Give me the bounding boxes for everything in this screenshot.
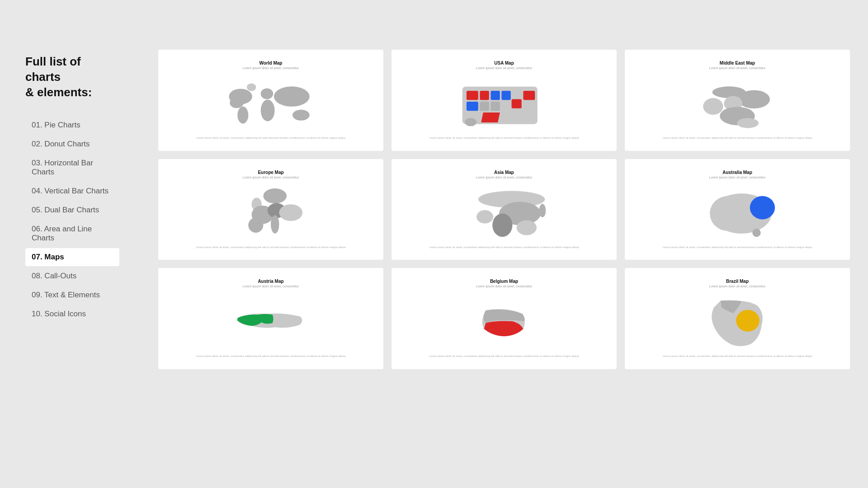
svg-point-38 xyxy=(517,220,537,235)
svg-rect-18 xyxy=(501,102,510,111)
asia-map-subtitle: Lorem ipsum dolor sit amet, consectetur xyxy=(476,176,533,179)
svg-point-37 xyxy=(492,213,512,237)
svg-rect-10 xyxy=(480,91,489,100)
svg-point-27 xyxy=(737,118,759,128)
svg-point-6 xyxy=(292,109,310,120)
sidebar-item-03[interactable]: 03. Horizontal Bar Charts xyxy=(25,154,119,181)
australia-map-footer: Lorem ipsum dolor sit amet, consectetur … xyxy=(662,245,812,249)
usa-map-card[interactable]: USA Map Lorem ipsum dolor sit amet, cons… xyxy=(392,50,617,151)
asia-map-footer: Lorem ipsum dolor sit amet, consectetur … xyxy=(429,245,579,249)
europe-map-subtitle: Lorem ipsum dolor sit amet, consectetur xyxy=(243,176,299,179)
svg-point-5 xyxy=(274,86,310,107)
sidebar-item-06[interactable]: 06. Area and Line Charts xyxy=(25,220,119,247)
sidebar: Full list of charts& elements: 01. Pie C… xyxy=(0,0,145,488)
sidebar-item-01[interactable]: 01. Pie Charts xyxy=(25,116,119,134)
cards-grid: World Map Lorem ipsum dolor sit amet, co… xyxy=(158,50,850,369)
svg-point-28 xyxy=(263,188,287,203)
sidebar-item-05[interactable]: 05. Dual Bar Charts xyxy=(25,201,119,219)
belgium-map-footer: Lorem ipsum dolor sit amet, consectetur … xyxy=(429,354,579,358)
world-map-title: World Map xyxy=(243,61,299,66)
australia-map-card[interactable]: Australia Map Lorem ipsum dolor sit amet… xyxy=(625,159,850,260)
brazil-map-subtitle: Lorem ipsum dolor sit amet, consectetur xyxy=(709,285,766,288)
usa-map-title: USA Map xyxy=(476,61,533,66)
sidebar-item-08[interactable]: 08. Call-Outs xyxy=(25,267,119,285)
svg-rect-12 xyxy=(523,91,535,100)
sidebar-item-04[interactable]: 04. Vertical Bar Charts xyxy=(25,182,119,200)
world-map-subtitle: Lorem ipsum dolor sit amet, consectetur xyxy=(243,66,299,70)
austria-map-card[interactable]: Austria Map Lorem ipsum dolor sit amet, … xyxy=(158,268,383,369)
svg-rect-21 xyxy=(514,119,523,123)
svg-point-43 xyxy=(710,196,746,231)
belgium-map-visual xyxy=(404,292,604,351)
europe-map-card[interactable]: Europe Map Lorem ipsum dolor sit amet, c… xyxy=(158,159,383,260)
svg-point-44 xyxy=(752,228,760,236)
world-map-card[interactable]: World Map Lorem ipsum dolor sit amet, co… xyxy=(158,50,383,151)
asia-map-visual xyxy=(404,183,604,242)
asia-map-title: Asia Map xyxy=(476,170,533,175)
sidebar-title: Full list of charts& elements: xyxy=(25,54,119,100)
sidebar-item-09[interactable]: 09. Text & Elements xyxy=(25,286,119,304)
usa-map-visual xyxy=(404,74,604,132)
svg-rect-17 xyxy=(491,102,500,111)
middle-east-map-title: Middle East Map xyxy=(709,61,766,66)
australia-map-subtitle: Lorem ipsum dolor sit amet, consectetur xyxy=(709,176,766,179)
europe-map-visual xyxy=(171,183,371,242)
austria-map-visual xyxy=(171,292,371,351)
austria-map-title: Austria Map xyxy=(243,279,299,284)
middle-east-map-subtitle: Lorem ipsum dolor sit amet, consectetur xyxy=(709,66,766,70)
world-map-footer: Lorem ipsum dolor sit amet, consectetur … xyxy=(196,136,345,140)
sidebar-item-10[interactable]: 10. Social Icons xyxy=(25,305,119,323)
belgium-map-title: Belgium Map xyxy=(476,279,533,284)
brazil-map-visual xyxy=(637,292,837,351)
svg-point-20 xyxy=(465,118,476,126)
europe-map-title: Europe Map xyxy=(243,170,299,175)
svg-point-45 xyxy=(736,310,760,332)
svg-point-32 xyxy=(271,215,279,234)
svg-point-7 xyxy=(247,83,256,91)
brazil-map-footer: Lorem ipsum dolor sit amet, consectetur … xyxy=(662,354,812,358)
svg-rect-11 xyxy=(512,99,522,108)
svg-point-1 xyxy=(230,97,244,108)
svg-rect-14 xyxy=(501,91,510,100)
svg-point-26 xyxy=(703,98,723,115)
svg-point-3 xyxy=(261,88,273,99)
svg-point-4 xyxy=(261,99,275,121)
world-map-visual xyxy=(171,74,371,132)
middle-east-map-card[interactable]: Middle East Map Lorem ipsum dolor sit am… xyxy=(625,50,850,151)
asia-map-card[interactable]: Asia Map Lorem ipsum dolor sit amet, con… xyxy=(392,159,617,260)
svg-rect-16 xyxy=(480,102,489,111)
europe-map-footer: Lorem ipsum dolor sit amet, consectetur … xyxy=(196,245,345,249)
australia-map-visual xyxy=(637,183,837,242)
svg-rect-9 xyxy=(467,91,478,100)
sidebar-item-02[interactable]: 02. Donut Charts xyxy=(25,135,119,153)
belgium-map-subtitle: Lorem ipsum dolor sit amet, consectetur xyxy=(476,285,533,288)
sidebar-item-07[interactable]: 07. Maps xyxy=(25,248,119,266)
svg-marker-19 xyxy=(481,113,500,122)
svg-point-23 xyxy=(738,90,770,108)
brazil-map-title: Brazil Map xyxy=(709,279,766,284)
svg-point-2 xyxy=(237,106,248,123)
usa-map-footer: Lorem ipsum dolor sit amet, consectetur … xyxy=(429,136,579,140)
usa-map-subtitle: Lorem ipsum dolor sit amet, consectetur xyxy=(476,66,533,70)
svg-point-42 xyxy=(750,196,775,219)
middle-east-map-visual xyxy=(637,74,837,132)
svg-point-40 xyxy=(476,210,493,224)
svg-point-39 xyxy=(539,204,546,217)
belgium-map-card[interactable]: Belgium Map Lorem ipsum dolor sit amet, … xyxy=(392,268,617,369)
nav-list: 01. Pie Charts 02. Donut Charts 03. Hori… xyxy=(25,116,119,323)
svg-rect-13 xyxy=(491,91,500,100)
austria-map-subtitle: Lorem ipsum dolor sit amet, consectetur xyxy=(243,285,299,288)
svg-point-34 xyxy=(248,217,263,232)
australia-map-title: Australia Map xyxy=(709,170,766,175)
svg-rect-15 xyxy=(467,102,478,111)
middle-east-map-footer: Lorem ipsum dolor sit amet, consectetur … xyxy=(662,136,812,140)
austria-map-footer: Lorem ipsum dolor sit amet, consectetur … xyxy=(196,354,345,358)
brazil-map-card[interactable]: Brazil Map Lorem ipsum dolor sit amet, c… xyxy=(625,268,850,369)
main-content: World Map Lorem ipsum dolor sit amet, co… xyxy=(145,0,868,488)
svg-point-33 xyxy=(279,204,302,221)
